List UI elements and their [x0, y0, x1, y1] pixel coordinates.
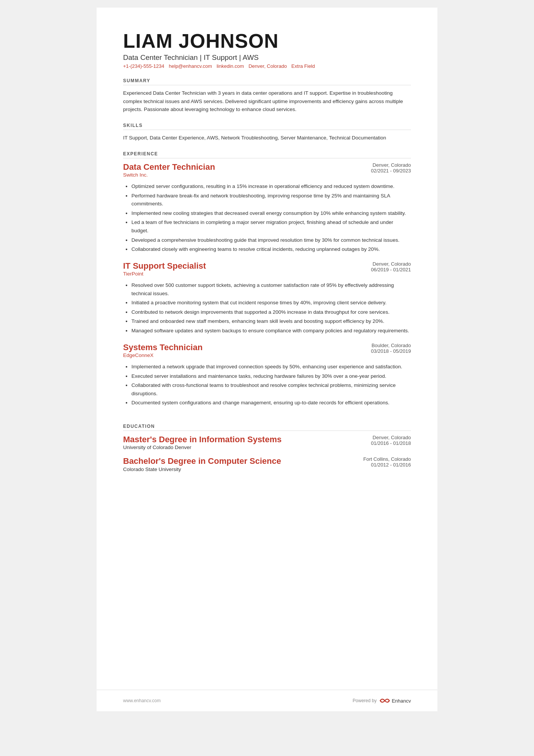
- job-dates: 03/2018 - 05/2019: [350, 348, 411, 354]
- exp-right: Denver, Colorado 02/2021 - 09/2023: [350, 162, 411, 174]
- page-footer: www.enhancv.com Powered by Enhancv: [97, 690, 437, 711]
- contact-linkedin: linkedin.com: [217, 63, 244, 69]
- bullet-item: Collaborated closely with engineering te…: [131, 245, 411, 254]
- job-title: IT Support Specialist: [123, 261, 206, 271]
- bullet-item: Led a team of five technicians in comple…: [131, 218, 411, 235]
- bullet-item: Executed server installations and mainte…: [131, 372, 411, 380]
- job-location: Boulder, Colorado: [350, 343, 411, 348]
- footer-website: www.enhancv.com: [123, 698, 161, 703]
- job-company: EdgeConneX: [123, 352, 203, 358]
- candidate-name: LIAM JOHNSON: [123, 30, 411, 52]
- bullet-item: Initiated a proactive monitoring system …: [131, 299, 411, 307]
- edu-dates: 01/2016 - 01/2018: [350, 440, 411, 446]
- summary-text: Experienced Data Center Technician with …: [123, 89, 411, 114]
- edu-degree: Bachelor's Degree in Computer Science: [123, 456, 281, 466]
- skills-section: SKILLS IT Support, Data Center Experienc…: [123, 123, 411, 142]
- exp-header: IT Support Specialist TierPoint Denver, …: [123, 261, 411, 279]
- edu-school: Colorado State University: [123, 466, 281, 472]
- exp-right: Denver, Colorado 06/2019 - 01/2021: [350, 261, 411, 272]
- bullet-item: Optimized server configurations, resulti…: [131, 182, 411, 191]
- edu-location: Fort Collins, Colorado: [350, 456, 411, 462]
- education-label: EDUCATION: [123, 424, 411, 431]
- enhancv-logo: Enhancv: [379, 697, 411, 704]
- experience-section: EXPERIENCE Data Center Technician Switch…: [123, 151, 411, 415]
- job-company: TierPoint: [123, 271, 206, 277]
- experience-list: Data Center Technician Switch Inc. Denve…: [123, 162, 411, 407]
- job-item: Data Center Technician Switch Inc. Denve…: [123, 162, 411, 254]
- edu-right: Denver, Colorado 01/2016 - 01/2018: [350, 435, 411, 446]
- job-bullets: Optimized server configurations, resulti…: [123, 182, 411, 254]
- contact-location: Denver, Colorado: [248, 63, 287, 69]
- job-title: Systems Technician: [123, 343, 203, 352]
- job-bullets: Resolved over 500 customer support ticke…: [123, 281, 411, 335]
- job-location: Denver, Colorado: [350, 162, 411, 168]
- edu-left: Bachelor's Degree in Computer Science Co…: [123, 456, 281, 472]
- bullet-item: Contributed to network design improvemen…: [131, 308, 411, 316]
- bullet-item: Collaborated with cross-functional teams…: [131, 381, 411, 398]
- bullet-item: Performed hardware break-fix and network…: [131, 192, 411, 208]
- exp-left: Systems Technician EdgeConneX: [123, 343, 203, 360]
- candidate-title: Data Center Technician | IT Support | AW…: [123, 53, 411, 62]
- job-company: Switch Inc.: [123, 172, 215, 178]
- job-item: Systems Technician EdgeConneX Boulder, C…: [123, 343, 411, 407]
- education-item: Bachelor's Degree in Computer Science Co…: [123, 456, 411, 472]
- exp-header: Data Center Technician Switch Inc. Denve…: [123, 162, 411, 180]
- bullet-item: Managed software updates and system back…: [131, 327, 411, 335]
- edu-location: Denver, Colorado: [350, 435, 411, 440]
- edu-left: Master's Degree in Information Systems U…: [123, 435, 281, 450]
- edu-right: Fort Collins, Colorado 01/2012 - 01/2016: [350, 456, 411, 468]
- summary-section: SUMMARY Experienced Data Center Technici…: [123, 78, 411, 114]
- bullet-item: Implemented new cooling strategies that …: [131, 209, 411, 218]
- contact-bar: +1-(234)-555-1234 help@enhancv.com linke…: [123, 63, 411, 69]
- summary-label: SUMMARY: [123, 78, 411, 85]
- experience-label: EXPERIENCE: [123, 151, 411, 158]
- resume-page: LIAM JOHNSON Data Center Technician | IT…: [97, 8, 437, 690]
- job-bullets: Implemented a network upgrade that impro…: [123, 363, 411, 407]
- contact-phone: +1-(234)-555-1234: [123, 63, 164, 69]
- edu-school: University of Colorado Denver: [123, 445, 281, 450]
- skills-text: IT Support, Data Center Experience, AWS,…: [123, 134, 411, 142]
- powered-by-text: Powered by: [353, 698, 376, 703]
- edu-header: Master's Degree in Information Systems U…: [123, 435, 411, 450]
- exp-header: Systems Technician EdgeConneX Boulder, C…: [123, 343, 411, 360]
- bullet-item: Documented system configurations and cha…: [131, 399, 411, 407]
- job-dates: 06/2019 - 01/2021: [350, 267, 411, 272]
- education-list: Master's Degree in Information Systems U…: [123, 435, 411, 472]
- contact-email: help@enhancv.com: [169, 63, 212, 69]
- edu-dates: 01/2012 - 01/2016: [350, 462, 411, 468]
- edu-header: Bachelor's Degree in Computer Science Co…: [123, 456, 411, 472]
- resume-header: LIAM JOHNSON Data Center Technician | IT…: [123, 30, 411, 78]
- education-section: EDUCATION Master's Degree in Information…: [123, 424, 411, 478]
- exp-left: IT Support Specialist TierPoint: [123, 261, 206, 279]
- bullet-item: Trained and onboarded new staff members,…: [131, 317, 411, 326]
- job-location: Denver, Colorado: [350, 261, 411, 267]
- logo-icon: [379, 697, 390, 704]
- job-title: Data Center Technician: [123, 162, 215, 172]
- job-item: IT Support Specialist TierPoint Denver, …: [123, 261, 411, 335]
- education-item: Master's Degree in Information Systems U…: [123, 435, 411, 450]
- bullet-item: Implemented a network upgrade that impro…: [131, 363, 411, 371]
- bullet-item: Resolved over 500 customer support ticke…: [131, 281, 411, 297]
- bullet-item: Developed a comprehensive troubleshootin…: [131, 236, 411, 244]
- footer-branding: Powered by Enhancv: [353, 697, 411, 704]
- contact-extra: Extra Field: [291, 63, 315, 69]
- job-dates: 02/2021 - 09/2023: [350, 168, 411, 174]
- exp-left: Data Center Technician Switch Inc.: [123, 162, 215, 180]
- brand-name: Enhancv: [392, 698, 411, 704]
- skills-label: SKILLS: [123, 123, 411, 130]
- exp-right: Boulder, Colorado 03/2018 - 05/2019: [350, 343, 411, 354]
- edu-degree: Master's Degree in Information Systems: [123, 435, 281, 445]
